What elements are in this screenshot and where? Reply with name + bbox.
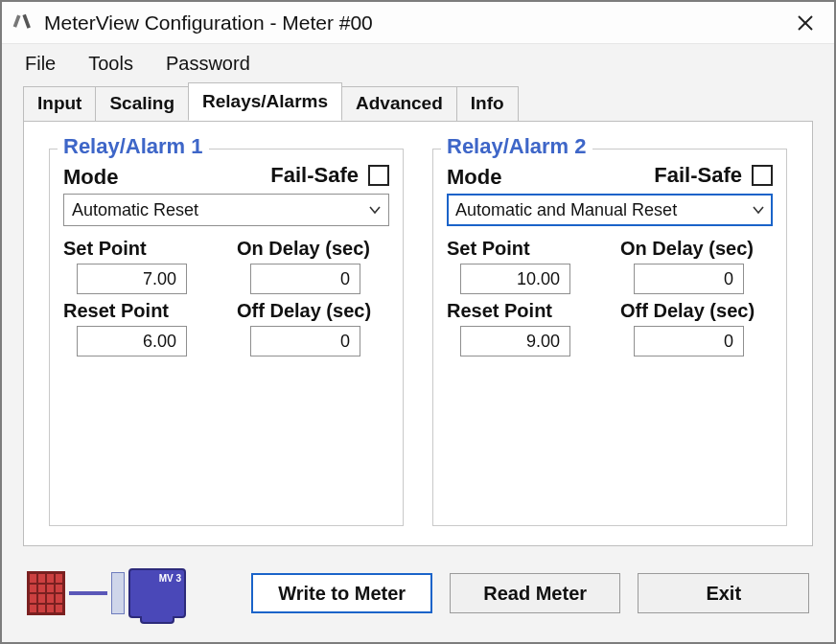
relay2-setpoint-label: Set Point: [447, 238, 599, 260]
relay2-ondelay-input[interactable]: 0: [634, 264, 744, 294]
menubar: File Tools Password: [2, 44, 834, 82]
group-relay-1-legend: Relay/Alarm 1: [58, 134, 209, 159]
relay2-setpoint-input[interactable]: 10.00: [460, 264, 570, 294]
relay1-offdelay-label: Off Delay (sec): [237, 300, 389, 322]
relay2-mode-value: Automatic and Manual Reset: [455, 200, 677, 220]
bottombar: MV 3 Write to Meter Read Meter Exit: [2, 558, 834, 642]
chevron-down-icon: [751, 202, 766, 218]
window-title: MeterView Configuration - Meter #00: [44, 12, 786, 34]
tab-advanced[interactable]: Advanced: [341, 86, 457, 122]
relay2-offdelay-input[interactable]: 0: [634, 326, 744, 356]
read-meter-button[interactable]: Read Meter: [450, 573, 621, 613]
svg-rect-0: [13, 14, 21, 27]
app-icon: [12, 12, 35, 34]
tab-scaling[interactable]: Scaling: [95, 86, 189, 122]
relay2-fields: Set Point 10.00 On Delay (sec) 0 Reset P…: [447, 238, 773, 356]
exit-button[interactable]: Exit: [638, 573, 809, 613]
write-to-meter-button[interactable]: Write to Meter: [251, 573, 432, 613]
computer-icon: MV 3: [128, 568, 186, 618]
relay1-setpoint-label: Set Point: [63, 238, 216, 260]
relay1-mode-dropdown[interactable]: Automatic Reset: [63, 194, 389, 226]
chevron-down-icon: [367, 202, 383, 218]
menu-file[interactable]: File: [19, 49, 61, 79]
titlebar: MeterView Configuration - Meter #00: [2, 2, 834, 44]
wire-icon: [69, 591, 107, 595]
relay2-offdelay-label: Off Delay (sec): [620, 300, 773, 322]
tabpage-relays: Relay/Alarm 1 Fail-Safe Mode Automatic R…: [23, 121, 813, 546]
relay1-failsafe-label: Fail-Safe: [270, 163, 359, 188]
close-icon: [797, 14, 814, 32]
relay2-resetpoint-input[interactable]: 9.00: [460, 326, 570, 356]
relay2-mode-dropdown[interactable]: Automatic and Manual Reset: [447, 194, 773, 226]
relay2-failsafe-checkbox[interactable]: [752, 165, 773, 186]
meter-icon: [27, 571, 65, 615]
tab-relays-alarms[interactable]: Relays/Alarms: [188, 82, 342, 121]
app-window: MeterView Configuration - Meter #00 File…: [0, 0, 836, 644]
relay2-failsafe-label: Fail-Safe: [654, 163, 742, 188]
relay1-resetpoint-label: Reset Point: [63, 300, 216, 322]
relay1-failsafe-checkbox[interactable]: [368, 165, 389, 186]
plug-icon: [111, 572, 125, 614]
menu-password[interactable]: Password: [160, 49, 256, 79]
close-button[interactable]: [786, 9, 824, 37]
relay2-ondelay-label: On Delay (sec): [620, 238, 773, 260]
group-relay-1: Relay/Alarm 1 Fail-Safe Mode Automatic R…: [49, 149, 404, 526]
relay1-resetpoint-input[interactable]: 6.00: [77, 326, 187, 356]
tab-info[interactable]: Info: [456, 86, 519, 122]
tabstrip: Input Scaling Relays/Alarms Advanced Inf…: [2, 82, 834, 121]
menu-tools[interactable]: Tools: [82, 49, 139, 79]
group-relay-2: Relay/Alarm 2 Fail-Safe Mode Automatic a…: [432, 149, 787, 526]
monitor-badge: MV 3: [159, 573, 181, 584]
relay1-fields: Set Point 7.00 On Delay (sec) 0 Reset Po…: [63, 238, 389, 356]
relay1-setpoint-input[interactable]: 7.00: [77, 264, 187, 294]
relay2-resetpoint-label: Reset Point: [447, 300, 599, 322]
svg-rect-1: [22, 13, 30, 28]
group-relay-2-legend: Relay/Alarm 2: [441, 134, 592, 159]
tab-input[interactable]: Input: [23, 86, 96, 122]
relay1-mode-value: Automatic Reset: [72, 200, 198, 220]
relay1-ondelay-label: On Delay (sec): [237, 238, 389, 260]
relay1-ondelay-input[interactable]: 0: [250, 264, 360, 294]
connection-graphic: MV 3: [27, 563, 217, 624]
relay1-offdelay-input[interactable]: 0: [250, 326, 360, 356]
